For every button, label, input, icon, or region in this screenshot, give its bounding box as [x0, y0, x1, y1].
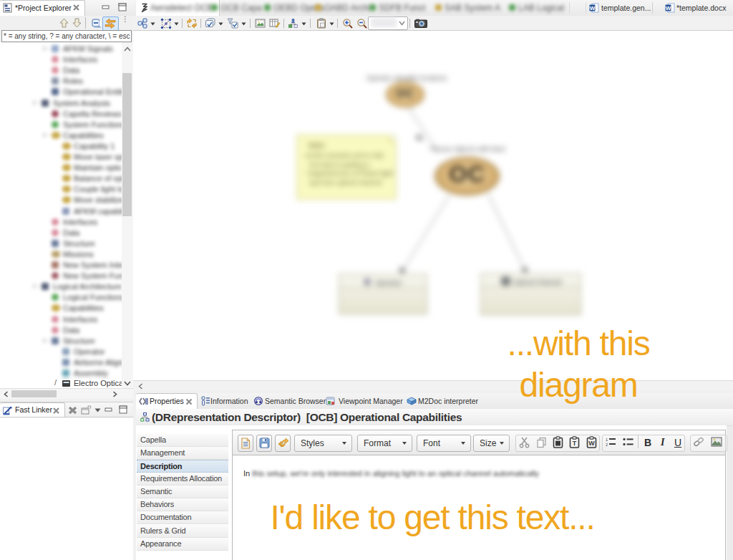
- svg-text:1: 1: [606, 438, 608, 442]
- svg-text:W: W: [666, 5, 671, 11]
- svg-text:T: T: [573, 440, 577, 447]
- svg-text:W: W: [590, 5, 596, 11]
- svg-text:2: 2: [606, 443, 608, 447]
- svg-text:W: W: [588, 440, 595, 447]
